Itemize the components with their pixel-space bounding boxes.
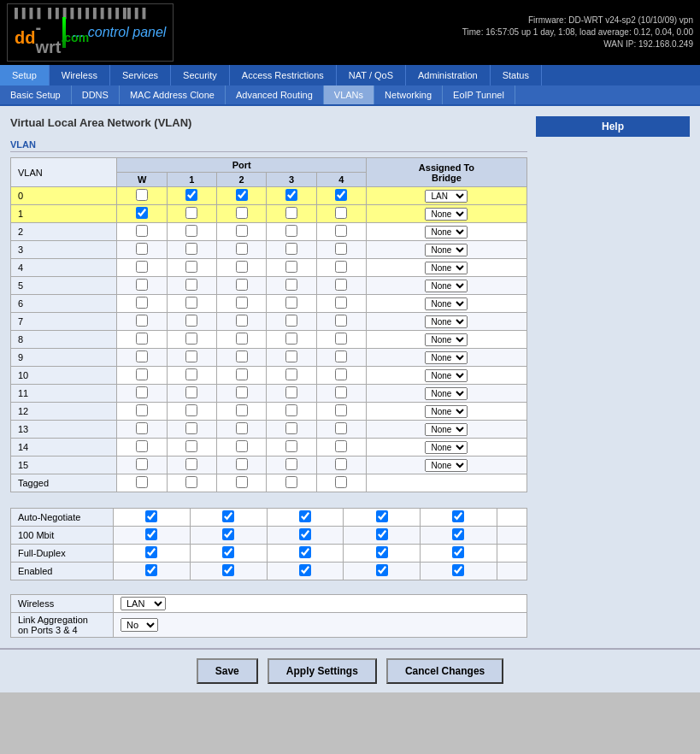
vlan-14-p2-check[interactable] xyxy=(236,440,248,452)
vlan-9-p3-check[interactable] xyxy=(285,350,297,362)
vlan-12-p4-check[interactable] xyxy=(335,404,347,416)
an-p2-check[interactable] xyxy=(299,510,311,522)
vlan-15-w-check[interactable] xyxy=(136,458,148,470)
cancel-changes-button[interactable]: Cancel Changes xyxy=(386,658,503,684)
vlan-13-p3-check[interactable] xyxy=(285,422,297,434)
vlan-0-p1-check[interactable] xyxy=(185,189,197,201)
stab-vlans[interactable]: VLANs xyxy=(324,85,374,104)
vlan-14-w-check[interactable] xyxy=(136,440,148,452)
vlan-14-p4-check[interactable] xyxy=(335,440,347,452)
vlan-12-p2-check[interactable] xyxy=(236,404,248,416)
vlan-10-p1-check[interactable] xyxy=(185,368,197,380)
vlan-3-p2-check[interactable] xyxy=(236,243,248,255)
vlan-4-p2-check[interactable] xyxy=(236,261,248,273)
vlan-4-p3-check[interactable] xyxy=(285,261,297,273)
vlan-5-p2-check[interactable] xyxy=(236,279,248,291)
vlan-1-p2-check[interactable] xyxy=(236,207,248,219)
vlan-9-p1-check[interactable] xyxy=(185,350,197,362)
vlan-1-bridge-select[interactable]: LANNone xyxy=(425,208,468,221)
vlan-11-p1-check[interactable] xyxy=(185,386,197,398)
tagged-p2-check[interactable] xyxy=(236,476,248,488)
vlan-10-w-check[interactable] xyxy=(136,368,148,380)
vlan-8-p1-check[interactable] xyxy=(185,333,197,345)
vlan-8-p2-check[interactable] xyxy=(236,333,248,345)
vlan-6-p1-check[interactable] xyxy=(185,297,197,309)
tagged-p1-check[interactable] xyxy=(185,476,197,488)
mb-p1-check[interactable] xyxy=(222,528,234,540)
en-w-check[interactable] xyxy=(145,564,157,576)
an-w-check[interactable] xyxy=(145,510,157,522)
tab-setup[interactable]: Setup xyxy=(0,65,50,85)
stab-eoip-tunnel[interactable]: EoIP Tunnel xyxy=(443,85,515,104)
vlan-8-bridge-select[interactable]: LANNone xyxy=(425,333,468,346)
vlan-13-bridge-select[interactable]: LANNone xyxy=(425,423,468,436)
vlan-9-p2-check[interactable] xyxy=(236,350,248,362)
tab-security[interactable]: Security xyxy=(171,65,230,85)
vlan-1-w-check[interactable] xyxy=(136,207,148,219)
en-p4-check[interactable] xyxy=(452,564,464,576)
vlan-7-bridge-select[interactable]: LANNone xyxy=(425,315,468,328)
tab-services[interactable]: Services xyxy=(110,65,171,85)
link-aggregation-select[interactable]: No Yes xyxy=(121,618,158,632)
vlan-0-w-check[interactable] xyxy=(136,189,148,201)
vlan-9-p4-check[interactable] xyxy=(335,350,347,362)
vlan-6-w-check[interactable] xyxy=(136,297,148,309)
vlan-6-bridge-select[interactable]: LANNone xyxy=(425,297,468,310)
vlan-2-p1-check[interactable] xyxy=(185,225,197,237)
tagged-p3-check[interactable] xyxy=(285,476,297,488)
vlan-9-w-check[interactable] xyxy=(136,350,148,362)
vlan-14-p1-check[interactable] xyxy=(185,440,197,452)
save-button[interactable]: Save xyxy=(197,658,258,684)
an-p3-check[interactable] xyxy=(376,510,388,522)
fd-p3-check[interactable] xyxy=(376,546,388,558)
en-p3-check[interactable] xyxy=(376,564,388,576)
vlan-10-p4-check[interactable] xyxy=(335,368,347,380)
vlan-5-p4-check[interactable] xyxy=(335,279,347,291)
stab-ddns[interactable]: DDNS xyxy=(72,85,120,104)
stab-advanced-routing[interactable]: Advanced Routing xyxy=(226,85,324,104)
fd-p2-check[interactable] xyxy=(299,546,311,558)
vlan-10-p3-check[interactable] xyxy=(285,368,297,380)
stab-networking[interactable]: Networking xyxy=(374,85,443,104)
mb-w-check[interactable] xyxy=(145,528,157,540)
vlan-12-p1-check[interactable] xyxy=(185,404,197,416)
vlan-5-p1-check[interactable] xyxy=(185,279,197,291)
vlan-7-p2-check[interactable] xyxy=(236,315,248,327)
vlan-2-p3-check[interactable] xyxy=(285,225,297,237)
vlan-4-w-check[interactable] xyxy=(136,261,148,273)
vlan-3-p4-check[interactable] xyxy=(335,243,347,255)
vlan-12-bridge-select[interactable]: LANNone xyxy=(425,405,468,418)
vlan-4-bridge-select[interactable]: LANNone xyxy=(425,262,468,274)
stab-basic-setup[interactable]: Basic Setup xyxy=(0,85,72,104)
tab-nat-qos[interactable]: NAT / QoS xyxy=(337,65,406,85)
mb-p2-check[interactable] xyxy=(299,528,311,540)
vlan-13-p2-check[interactable] xyxy=(236,422,248,434)
vlan-11-bridge-select[interactable]: LANNone xyxy=(425,387,468,400)
tagged-w-check[interactable] xyxy=(136,476,148,488)
vlan-15-bridge-select[interactable]: LANNone xyxy=(425,459,468,472)
en-p2-check[interactable] xyxy=(299,564,311,576)
vlan-11-p3-check[interactable] xyxy=(285,386,297,398)
vlan-4-p4-check[interactable] xyxy=(335,261,347,273)
mb-p3-check[interactable] xyxy=(376,528,388,540)
vlan-10-p2-check[interactable] xyxy=(236,368,248,380)
vlan-9-bridge-select[interactable]: LANNone xyxy=(425,351,468,364)
vlan-2-p4-check[interactable] xyxy=(335,225,347,237)
fd-w-check[interactable] xyxy=(145,546,157,558)
vlan-15-p2-check[interactable] xyxy=(236,458,248,470)
wireless-bridge-select[interactable]: LAN None xyxy=(121,597,166,610)
vlan-1-p3-check[interactable] xyxy=(285,207,297,219)
vlan-0-p4-check[interactable] xyxy=(335,189,347,201)
vlan-5-bridge-select[interactable]: LANNone xyxy=(425,280,468,292)
mb-p4-check[interactable] xyxy=(452,528,464,540)
vlan-7-p1-check[interactable] xyxy=(185,315,197,327)
vlan-2-w-check[interactable] xyxy=(136,225,148,237)
vlan-7-p3-check[interactable] xyxy=(285,315,297,327)
vlan-2-p2-check[interactable] xyxy=(236,225,248,237)
stab-mac-address-clone[interactable]: MAC Address Clone xyxy=(120,85,226,104)
vlan-12-p3-check[interactable] xyxy=(285,404,297,416)
vlan-7-w-check[interactable] xyxy=(136,315,148,327)
tab-access-restrictions[interactable]: Access Restrictions xyxy=(230,65,337,85)
fd-p4-check[interactable] xyxy=(452,546,464,558)
vlan-12-w-check[interactable] xyxy=(136,404,148,416)
